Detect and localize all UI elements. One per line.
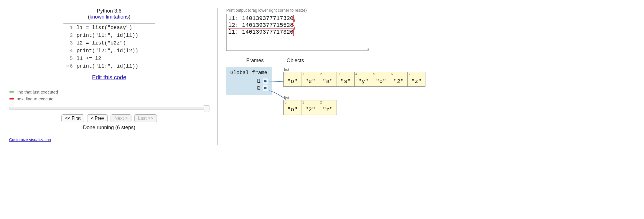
code-text: print("l2:", id(l2)): [77, 48, 138, 54]
main-layout: Python 3.6 (known limitations) 1 l1 = li…: [9, 8, 635, 145]
next-button[interactable]: Next >: [111, 114, 131, 122]
list-cell: 3"s": [337, 72, 355, 87]
frame-var-l1: l1: [230, 78, 268, 84]
code-text: print("l1:", id(l1)): [77, 33, 138, 38]
cell-index: 2: [319, 100, 337, 105]
cell-index: 0: [284, 72, 301, 76]
list-cell: 6"2": [390, 72, 408, 87]
list-cell: 2"a": [319, 72, 337, 87]
code-text: print("l1:", id(l1)): [77, 63, 138, 69]
cell-value: "2": [390, 76, 407, 86]
code-text: l2 = list("o2z"): [77, 40, 126, 46]
code-line: 4 print("l2:", id(l2)): [63, 47, 155, 54]
code-block: 1 l1 = list("oeasy") 2 print("l1:", id(l…: [63, 23, 155, 70]
cell-value: "o": [284, 105, 301, 115]
line-number: 2: [70, 33, 77, 38]
line-number: 1: [70, 25, 77, 31]
line-number: 3: [70, 40, 77, 46]
prev-button[interactable]: < Prev: [87, 114, 108, 122]
object-type-label: list: [284, 95, 425, 100]
list-cell: 1"2": [301, 100, 319, 115]
green-arrow-icon: ➡: [9, 89, 14, 95]
legend-just-executed: ➡ line that just executed: [9, 89, 209, 95]
output-line: l1: 140139377717320: [228, 15, 293, 22]
frame-title: Global frame: [230, 70, 268, 76]
cell-index: 1: [301, 100, 319, 105]
cell-index: 0: [284, 100, 301, 105]
legend-text: next line to execute: [17, 96, 53, 101]
pointer-dot-icon: [264, 87, 267, 89]
visualization-panel: Print output (drag lower right corner to…: [221, 8, 635, 145]
slider-thumb[interactable]: [204, 105, 209, 112]
cell-value: "o": [284, 76, 301, 86]
panel-divider: [217, 8, 218, 145]
code-line: ➡ 6 print("l1:", id(l1)): [63, 62, 155, 70]
cell-index: 3: [337, 72, 354, 76]
var-slot: [263, 78, 268, 84]
list-cell: 0"o": [283, 100, 301, 115]
global-frame: Global frame l1 l2: [226, 67, 272, 95]
line-number: 5: [70, 56, 77, 61]
red-arrow-icon: ➡: [9, 96, 14, 102]
object-list-1: list 0"o" 1"e" 2"a" 3"s" 4"y" 5"o" 6"2" …: [283, 67, 425, 87]
line-number: 6: [70, 63, 77, 69]
code-panel: Python 3.6 (known limitations) 1 l1 = li…: [9, 8, 215, 145]
pointer-dot-icon: [264, 80, 267, 82]
code-line: 2 print("l1:", id(l1)): [63, 31, 155, 39]
python-header: Python 3.6 (known limitations): [9, 8, 209, 20]
first-button[interactable]: << First: [61, 114, 84, 122]
just-executed-arrow-icon: ➡: [63, 62, 70, 70]
cell-value: "e": [301, 76, 319, 86]
objects-column: list 0"o" 1"e" 2"a" 3"s" 4"y" 5"o" 6"2" …: [283, 67, 425, 123]
customize-link[interactable]: Customize visualization: [9, 137, 51, 142]
code-line: 5 l1 += l2: [63, 54, 155, 62]
code-text: l1 = list("oeasy"): [77, 25, 132, 31]
cell-value: "o": [372, 76, 390, 86]
code-text: l1 += l2: [77, 56, 101, 61]
frames-objects-header: Frames Objects: [246, 58, 635, 64]
code-line: 3 l2 = list("o2z"): [63, 39, 155, 47]
cell-value: "a": [319, 76, 337, 86]
legend-text: line that just executed: [17, 90, 58, 94]
list-cell: 2"z": [319, 100, 337, 115]
list-cell: 7"z": [407, 72, 425, 87]
line-number: 4: [70, 48, 77, 54]
output-label: Print output (drag lower right corner to…: [226, 8, 635, 13]
list-row: 0"o" 1"e" 2"a" 3"s" 4"y" 5"o" 6"2" 7"z": [283, 72, 425, 87]
python-version: Python 3.6: [9, 8, 209, 14]
legend-next-line: ➡ next line to execute: [9, 96, 209, 102]
output-line: l2: 140139377715528: [228, 22, 293, 29]
list-cell: 1"e": [301, 72, 319, 87]
cell-index: 2: [319, 72, 337, 76]
list-row: 0"o" 1"2" 2"z": [283, 100, 425, 115]
code-line: 1 l1 = list("oeasy"): [63, 24, 155, 31]
var-name: l2: [257, 85, 261, 91]
cell-index: 7: [408, 72, 425, 76]
list-cell: 5"o": [372, 72, 390, 87]
object-list-2: list 0"o" 1"2" 2"z": [283, 95, 425, 115]
edit-code-link[interactable]: Edit this code: [9, 74, 209, 81]
objects-header: Objects: [287, 58, 304, 64]
print-output-box[interactable]: l1: 140139377717320 l2: 140139377715528 …: [226, 14, 369, 51]
list-cell: 4"y": [354, 72, 372, 87]
frames-objects-area: Global frame l1 l2: [226, 67, 635, 123]
cell-index: 4: [355, 72, 372, 76]
status-text: Done running (6 steps): [9, 125, 209, 131]
object-type-label: list: [284, 67, 425, 72]
step-slider[interactable]: [9, 107, 209, 110]
cell-index: 6: [390, 72, 407, 76]
known-limitations-link[interactable]: known limitations: [89, 14, 129, 20]
frames-header: Frames: [246, 58, 264, 64]
cell-value: "2": [301, 105, 319, 115]
var-slot: [263, 85, 268, 91]
cell-index: 5: [372, 72, 390, 76]
output-line: l1: 140139377717320: [228, 29, 293, 36]
legend: ➡ line that just executed ➡ next line to…: [9, 89, 209, 102]
cell-value: "y": [355, 76, 372, 86]
var-name: l1: [257, 78, 261, 84]
cell-value: "s": [337, 76, 354, 86]
last-button[interactable]: Last >>: [134, 114, 157, 122]
cell-index: 1: [301, 72, 319, 76]
list-cell: 0"o": [283, 72, 301, 87]
nav-buttons: << First < Prev Next > Last >>: [9, 114, 209, 122]
